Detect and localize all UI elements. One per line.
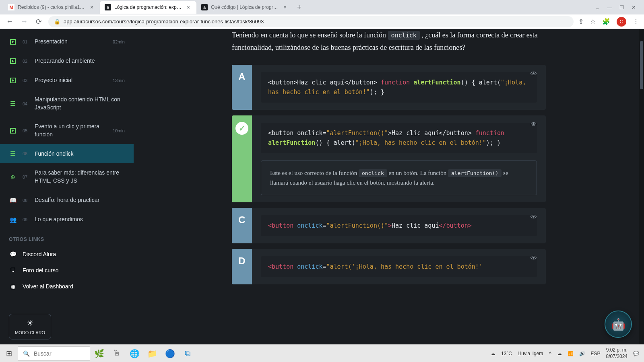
url-text: app.aluracursos.com/course/logica-progra… <box>64 19 264 25</box>
browser-chrome: M Recibidos (9) - carlos.pinilla1@d… × a… <box>0 0 644 29</box>
lesson-title: Proyecto inicial <box>35 76 107 84</box>
tray-chevron-icon[interactable]: ^ <box>549 351 551 356</box>
sidebar-item-presentacion[interactable]: 01 Presentación 02min <box>0 32 134 51</box>
list-icon: ☰ <box>9 100 17 108</box>
sidebar-item-evento[interactable]: 05 Evento a un clic y primera función 10… <box>0 117 134 144</box>
eye-icon[interactable]: 👁 <box>530 70 537 78</box>
close-icon[interactable]: × <box>282 4 288 10</box>
code-block-a: <button>Haz clic aquí</button> function … <box>261 72 537 103</box>
theme-toggle-button[interactable]: ☀ MODO CLARO <box>9 314 51 339</box>
back-button[interactable]: ← <box>5 17 14 26</box>
play-icon <box>9 57 17 65</box>
taskbar-mouse[interactable]: 🖱 <box>108 345 126 362</box>
lesson-title: Para saber más: diferencias entre HTML, … <box>35 169 125 185</box>
new-tab-button[interactable]: + <box>293 3 305 12</box>
link-label: Discord Alura <box>23 251 56 257</box>
list-icon: ☰ <box>9 150 17 158</box>
taskbar-search[interactable]: 🔍 Buscar <box>18 346 90 361</box>
tray-volume-icon[interactable]: 🔊 <box>579 351 585 356</box>
scrollbar[interactable] <box>639 29 644 344</box>
sidebar-item-funcion-onclick[interactable]: ☰ 06 Función onclick <box>0 144 134 163</box>
question-text: Teniendo en cuenta lo que se enseñó sobr… <box>232 29 546 53</box>
sidebar-item-desafio[interactable]: 📖 08 Desafío: hora de practicar <box>0 191 134 210</box>
close-icon[interactable]: × <box>89 4 95 10</box>
sun-icon: ☀ <box>27 318 34 328</box>
tab-title: Lógica de programación: explora… <box>114 4 182 10</box>
sidebar-item-aprendimos[interactable]: 👥 09 Lo que aprendimos <box>0 210 134 229</box>
option-letter-a: A <box>232 65 252 110</box>
chat-fab-button[interactable]: 🤖 <box>605 311 632 338</box>
app-container: 01 Presentación 02min 02 Preparando el a… <box>0 29 644 344</box>
bookmark-icon[interactable]: ☆ <box>590 18 596 25</box>
sidebar-item-preparando[interactable]: 02 Preparando el ambiente <box>0 51 134 71</box>
start-button[interactable]: ⊞ <box>0 345 18 362</box>
discord-icon: 💬 <box>9 250 17 258</box>
tray-lang[interactable]: ESP <box>591 351 601 356</box>
explanation-box: Este es el uso correcto de la función on… <box>261 160 537 195</box>
lesson-title: Presentación <box>35 38 107 46</box>
eye-icon[interactable]: 👁 <box>530 214 537 221</box>
sidebar-item-para-saber-mas[interactable]: ⊕ 07 Para saber más: diferencias entre H… <box>0 163 134 190</box>
sidebar-item-manipulando[interactable]: ☰ 04 Manipulando contenido HTML con Java… <box>0 90 134 117</box>
link-dashboard[interactable]: ▦ Volver al Dashboard <box>0 278 134 294</box>
lesson-title: Evento a un clic y primera función <box>35 123 107 138</box>
option-letter-c: C <box>232 208 252 243</box>
tray-notification-icon[interactable]: 💬 <box>633 351 639 356</box>
eye-icon[interactable]: 👁 <box>530 255 537 262</box>
chevron-down-icon[interactable]: ⌄ <box>595 4 600 10</box>
link-foro[interactable]: 🗨 Foro del curso <box>0 262 134 278</box>
play-icon <box>9 127 17 135</box>
link-discord[interactable]: 💬 Discord Alura <box>0 246 134 262</box>
tray-onedrive-icon[interactable]: ☁ <box>557 351 562 356</box>
weather-temp: 13°C <box>501 351 512 356</box>
weather-icon[interactable]: ☁ <box>491 351 495 356</box>
inline-code-onclick: onclick <box>388 31 420 40</box>
share-icon[interactable]: ⇪ <box>578 18 584 25</box>
sidebar-item-proyecto[interactable]: 03 Proyecto inicial 13min <box>0 71 134 90</box>
taskbar-vscode[interactable]: ⧉ <box>179 345 196 362</box>
plus-circle-icon: ⊕ <box>9 173 17 181</box>
browser-tab-alura-course[interactable]: a Lógica de programación: explora… × <box>100 1 196 14</box>
quiz-option-a[interactable]: A 👁 <button>Haz clic aquí</button> funct… <box>232 65 546 110</box>
link-label: Foro del curso <box>23 267 58 274</box>
reload-button[interactable]: ⟳ <box>34 17 43 26</box>
forward-button[interactable]: → <box>19 17 29 26</box>
taskbar-edge[interactable]: 🌐 <box>126 345 143 362</box>
menu-icon[interactable]: ⋮ <box>633 18 639 25</box>
link-label: Volver al Dashboard <box>23 283 73 290</box>
dashboard-icon: ▦ <box>9 282 17 290</box>
lesson-number: 08 <box>23 198 29 203</box>
lesson-duration: 13min <box>113 78 125 83</box>
option-check: ✓ <box>232 115 252 202</box>
lesson-duration: 10min <box>113 128 125 133</box>
scrollbar-thumb[interactable] <box>640 41 643 89</box>
profile-avatar[interactable]: C <box>617 17 626 27</box>
search-icon: 🔍 <box>23 350 30 357</box>
close-icon[interactable]: × <box>185 4 192 10</box>
lock-icon: 🔒 <box>54 19 60 25</box>
minimize-button[interactable]: — <box>607 4 612 10</box>
play-icon <box>9 76 17 84</box>
quiz-option-d[interactable]: D 👁 <button onclick="alert('¡Hola, has h… <box>232 249 546 284</box>
taskbar-chrome[interactable]: 🔵 <box>161 345 179 362</box>
play-icon <box>9 38 17 46</box>
favicon-gmail: M <box>8 4 14 10</box>
extension-icon[interactable]: 🧩 <box>602 18 610 25</box>
eye-icon[interactable]: 👁 <box>530 121 537 128</box>
taskbar-clock[interactable]: 9:02 p. m. 8/07/2024 <box>606 347 627 360</box>
checkmark-icon: ✓ <box>235 122 248 135</box>
browser-tab-gmail[interactable]: M Recibidos (9) - carlos.pinilla1@d… × <box>3 1 100 14</box>
tray-wifi-icon[interactable]: 📶 <box>568 351 574 356</box>
close-window-button[interactable]: ✕ <box>632 4 636 10</box>
inline-code: alertFunction() <box>448 169 502 177</box>
browser-tab-alura-code[interactable]: a Qué código | Lógica de program… × <box>196 1 293 14</box>
lesson-number: 03 <box>23 78 29 83</box>
taskbar-widget[interactable]: 🌿 <box>90 345 108 362</box>
quiz-option-c[interactable]: C 👁 <button onclick="alertFunction()">Ha… <box>232 208 546 243</box>
maximize-button[interactable]: ☐ <box>619 4 624 10</box>
taskbar-explorer[interactable]: 📁 <box>143 345 161 362</box>
lesson-number: 09 <box>23 217 29 222</box>
quiz-option-b[interactable]: ✓ 👁 <button onclick="alertFunction()">Ha… <box>232 115 546 202</box>
main-content: Teniendo en cuenta lo que se enseñó sobr… <box>134 29 644 344</box>
address-bar[interactable]: 🔒 app.aluracursos.com/course/logica-prog… <box>48 16 574 27</box>
